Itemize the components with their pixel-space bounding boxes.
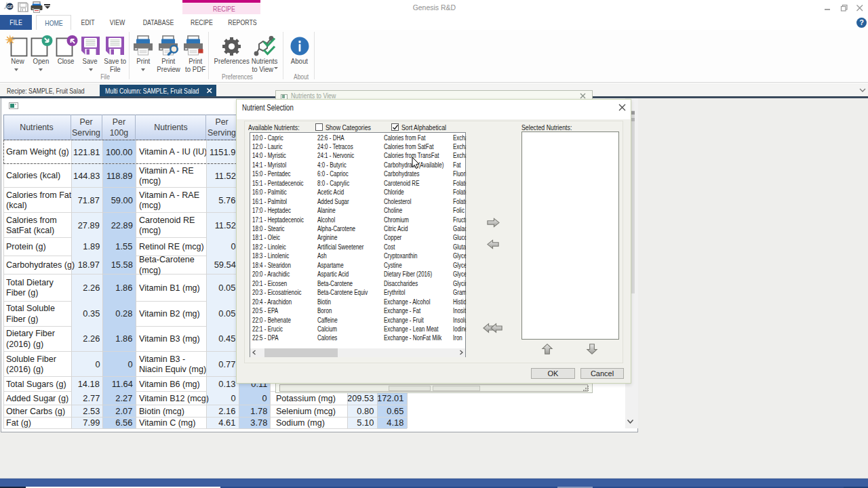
svg-text:GF: GF (7, 5, 13, 9)
